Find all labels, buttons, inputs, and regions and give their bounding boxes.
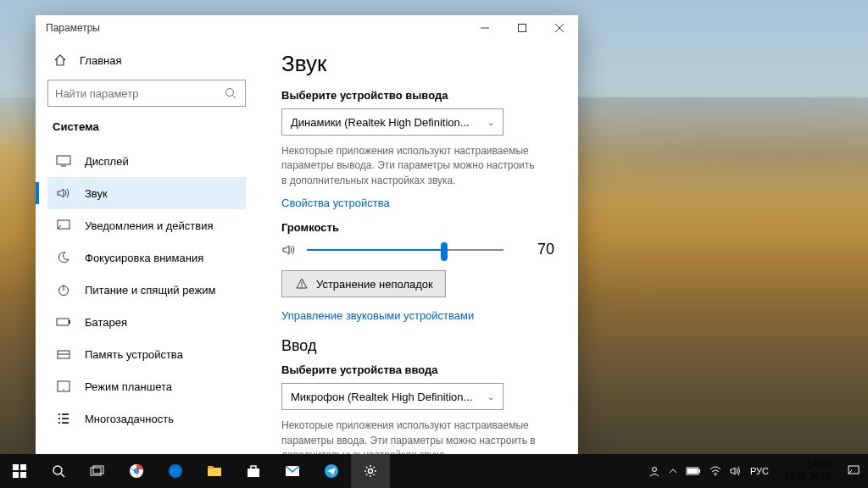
taskbar: РУС 14:32 13.05.2019 [0,454,868,488]
output-device-select[interactable]: Динамики (Realtek High Definition... ⌄ [281,108,504,136]
tray-battery-icon[interactable] [686,467,701,475]
start-button[interactable] [0,454,39,488]
taskbar-app-telegram[interactable] [312,454,351,488]
tablet-icon [56,379,71,394]
task-view-icon[interactable] [78,454,117,488]
input-device-label: Выберите устройства ввода [281,363,554,376]
sidebar-item-battery[interactable]: Батарея [47,306,246,338]
search-icon [223,86,238,101]
tray-people-icon[interactable] [648,465,660,477]
svg-rect-11 [57,319,69,325]
sidebar-item-label: Батарея [85,316,127,329]
input-device-select[interactable]: Микрофон (Realtek High Definition... ⌄ [281,383,504,410]
sidebar-item-label: Фокусировка внимания [85,252,203,264]
svg-line-5 [233,96,236,99]
sound-icon [56,186,71,201]
search-box[interactable] [47,80,246,107]
sidebar-item-power[interactable]: Питание и спящий режим [47,274,246,306]
manage-sound-link[interactable]: Управление звуковыми устройствами [281,309,554,322]
svg-rect-32 [93,466,103,474]
notifications-icon [56,218,71,233]
input-help-text: Некоторые приложения используют настраив… [281,419,536,454]
svg-rect-12 [69,320,70,324]
svg-rect-28 [20,472,26,478]
input-heading: Ввод [281,337,554,355]
sidebar-item-multitasking[interactable]: Многозадачность [47,402,246,435]
svg-point-42 [652,468,656,472]
power-icon [56,282,71,297]
chevron-down-icon: ⌄ [487,118,494,127]
system-tray[interactable]: РУС [642,465,776,477]
tray-chevron-up-icon[interactable] [669,468,677,474]
tray-wifi-icon[interactable] [709,466,721,476]
window-title: Параметры [46,22,100,34]
chevron-down-icon: ⌄ [487,392,494,402]
svg-rect-27 [13,472,19,478]
taskbar-app-chrome[interactable] [117,454,156,488]
tray-language[interactable]: РУС [750,466,769,476]
action-center-icon[interactable] [839,454,868,488]
search-input[interactable] [55,87,223,100]
sidebar-item-label: Звук [85,187,108,200]
taskbar-app-explorer[interactable] [195,454,234,488]
svg-rect-26 [20,464,26,470]
minimize-button[interactable] [466,15,504,41]
titlebar: Параметры [36,15,578,41]
sidebar-item-display[interactable]: Дисплей [47,145,246,177]
input-device-value: Микрофон (Realtek High Definition... [291,391,472,403]
warning-icon [294,276,309,291]
volume-slider[interactable] [307,249,504,251]
troubleshoot-label: Устранение неполадок [316,278,433,291]
svg-rect-38 [248,469,259,477]
sidebar-item-focus-assist[interactable]: Фокусировка внимания [47,241,246,274]
sidebar-home-label: Главная [80,54,121,67]
taskbar-app-mail[interactable] [273,454,312,488]
volume-label: Громкость [281,221,554,234]
display-icon [56,153,71,169]
taskbar-app-edge[interactable] [156,454,195,488]
volume-value: 70 [537,241,554,258]
maximize-button[interactable] [504,15,541,41]
svg-point-24 [301,286,302,287]
sidebar-item-label: Питание и спящий режим [85,284,215,297]
svg-point-41 [369,469,373,474]
close-button[interactable] [541,15,578,41]
sidebar-item-tablet[interactable]: Режим планшета [47,370,246,402]
taskbar-search-icon[interactable] [39,454,78,488]
svg-point-29 [53,466,62,474]
sidebar-item-label: Уведомления и действия [85,219,214,232]
sidebar-item-storage[interactable]: Память устройства [47,338,246,370]
svg-point-4 [226,89,234,97]
taskbar-clock[interactable]: 14:32 13.05.2019 [776,459,839,483]
volume-thumb[interactable] [441,242,448,261]
device-properties-link[interactable]: Свойства устройства [281,197,554,209]
focus-icon [56,250,71,265]
taskbar-app-store[interactable] [234,454,273,488]
output-help-text: Некоторые приложения используют настраив… [281,144,536,188]
sidebar-item-sound[interactable]: Звук [47,177,246,209]
troubleshoot-button[interactable]: Устранение неполадок [281,270,446,297]
svg-rect-36 [208,468,221,476]
sidebar-item-label: Память устройства [85,348,183,361]
clock-time: 14:32 [784,459,831,471]
taskbar-app-settings[interactable] [351,454,390,488]
sidebar: Главная Система Дисплей Звук [36,41,258,454]
sidebar-item-notifications[interactable]: Уведомления и действия [47,209,246,241]
svg-point-16 [63,389,64,391]
sidebar-home[interactable]: Главная [47,46,246,75]
sidebar-item-label: Режим планшета [85,380,172,393]
volume-row: 70 [281,241,554,258]
multitask-icon [56,411,71,426]
content-panel: Звук Выберите устройство вывода Динамики… [258,41,578,454]
output-device-label: Выберите устройство вывода [281,89,554,102]
svg-rect-31 [91,468,101,475]
sidebar-category: Система [47,115,246,145]
tray-volume-icon[interactable] [730,466,742,476]
svg-rect-25 [13,464,19,470]
settings-window: Параметры Главная Система [36,15,578,454]
svg-rect-45 [687,469,698,474]
storage-icon [56,347,71,362]
output-device-value: Динамики (Realtek High Definition... [291,116,470,129]
svg-point-35 [169,464,182,478]
svg-rect-6 [57,156,70,164]
